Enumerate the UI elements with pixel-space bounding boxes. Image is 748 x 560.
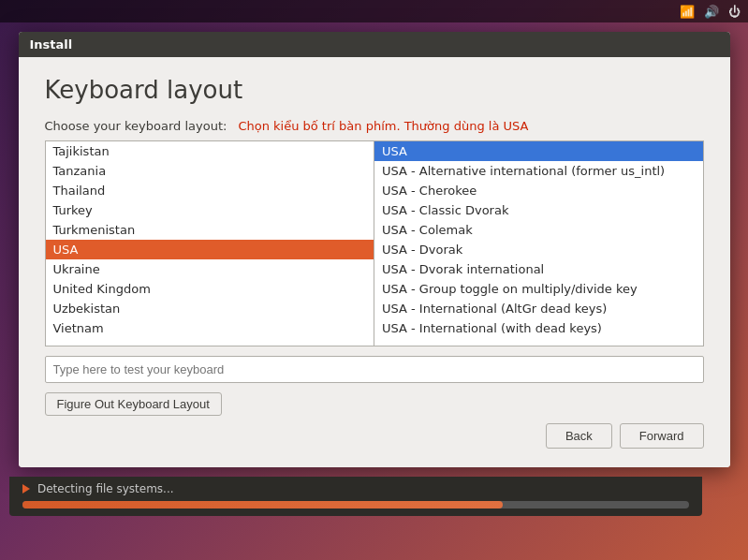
status-triangle-icon [22, 484, 30, 494]
list-item[interactable]: Vietnam [46, 318, 374, 338]
variant-list[interactable]: USAUSA - Alternative international (form… [374, 141, 703, 346]
list-item[interactable]: Turkmenistan [46, 220, 374, 240]
choose-label-row: Choose your keyboard layout: Chọn kiểu b… [45, 119, 704, 133]
forward-button[interactable]: Forward [620, 423, 704, 449]
statusbar: Detecting file systems... [9, 477, 702, 516]
topbar: 📶 🔊 ⏻ [0, 0, 748, 22]
list-item[interactable]: Tanzania [46, 161, 374, 181]
wifi-icon: 📶 [680, 5, 695, 19]
list-item[interactable]: Tajikistan [46, 141, 374, 161]
list-item[interactable]: Ukraine [46, 259, 374, 279]
list-item[interactable]: United Kingdom [46, 279, 374, 299]
progress-bar-fill [22, 501, 503, 508]
list-item[interactable]: Thailand [46, 181, 374, 200]
install-window: Install Keyboard layout Choose your keyb… [19, 32, 730, 467]
choose-label-text: Choose your keyboard layout: [45, 119, 227, 133]
country-list[interactable]: TajikistanTanzaniaThailandTurkeyTurkmeni… [46, 141, 375, 346]
choose-hint: Chọn kiểu bố trí bàn phím. Thường dùng l… [238, 119, 528, 133]
list-item[interactable]: USA - Group toggle on multiply/divide ke… [374, 279, 703, 299]
window-content: Keyboard layout Choose your keyboard lay… [19, 57, 730, 467]
list-item[interactable]: USA - International (AltGr dead keys) [374, 299, 703, 318]
figure-out-button[interactable]: Figure Out Keyboard Layout [45, 392, 222, 416]
status-text: Detecting file systems... [37, 482, 174, 495]
list-item[interactable]: USA - Alternative international (former … [374, 161, 703, 181]
titlebar-label: Install [30, 37, 73, 52]
list-item[interactable]: Uzbekistan [46, 299, 374, 318]
power-icon[interactable]: ⏻ [728, 5, 741, 19]
list-item[interactable]: USA - International (with dead keys) [374, 318, 703, 338]
list-item[interactable]: USA - Dvorak [374, 240, 703, 259]
status-row: Detecting file systems... [22, 482, 689, 495]
list-item[interactable]: USA - Classic Dvorak [374, 200, 703, 220]
list-item[interactable]: USA - Colemak [374, 220, 703, 240]
list-item[interactable]: USA [46, 240, 374, 259]
keyboard-lists: TajikistanTanzaniaThailandTurkeyTurkmeni… [45, 140, 704, 346]
keyboard-test-input[interactable] [45, 356, 704, 383]
list-item[interactable]: USA [374, 141, 703, 161]
volume-icon: 🔊 [704, 5, 719, 19]
page-title: Keyboard layout [45, 76, 704, 104]
list-item[interactable]: USA - Dvorak international [374, 259, 703, 279]
nav-row: Back Forward [45, 416, 704, 452]
list-item[interactable]: Turkey [46, 200, 374, 220]
list-item[interactable]: USA - Cherokee [374, 181, 703, 200]
window-titlebar: Install [19, 32, 730, 57]
progress-bar-bg [22, 501, 689, 508]
back-button[interactable]: Back [546, 423, 612, 449]
